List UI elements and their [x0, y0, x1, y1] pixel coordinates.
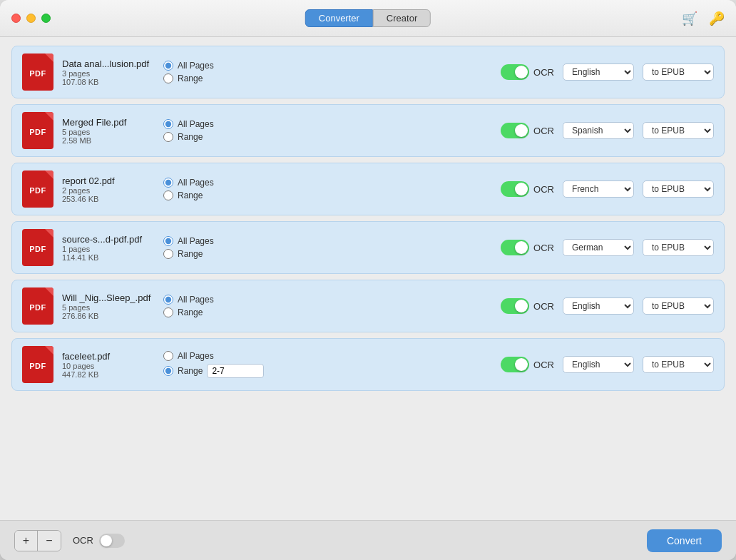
- remove-file-button[interactable]: −: [38, 531, 61, 551]
- ocr-section: OCR: [501, 357, 554, 372]
- range-label: Range: [178, 366, 203, 376]
- tab-group: Converter Creator: [305, 9, 431, 27]
- ocr-toggle[interactable]: [501, 181, 529, 197]
- pdf-icon: PDF: [22, 112, 53, 149]
- convert-button[interactable]: Convert: [647, 529, 722, 552]
- all-pages-label: All Pages: [178, 119, 214, 129]
- format-select[interactable]: to EPUBto DOCXto TXTto HTMLto RTF: [643, 356, 714, 373]
- ocr-section: OCR: [501, 240, 554, 255]
- format-select[interactable]: to EPUBto DOCXto TXTto HTMLto RTF: [643, 63, 714, 81]
- format-select[interactable]: to EPUBto DOCXto TXTto HTMLto RTF: [643, 180, 714, 198]
- ocr-toggle[interactable]: [501, 357, 529, 372]
- range-label: Range: [178, 132, 203, 142]
- global-ocr-toggle[interactable]: [99, 534, 125, 548]
- all-pages-option[interactable]: All Pages: [163, 178, 242, 188]
- all-pages-option[interactable]: All Pages: [163, 236, 242, 246]
- ocr-label: OCR: [533, 67, 554, 78]
- bottom-bar: + − OCR Convert: [0, 520, 736, 560]
- global-ocr-label: OCR: [73, 535, 93, 546]
- all-pages-label: All Pages: [178, 236, 214, 246]
- all-pages-radio[interactable]: [163, 295, 173, 305]
- all-pages-radio[interactable]: [163, 61, 173, 71]
- file-pages: 1 pages: [62, 245, 155, 253]
- pdf-icon: PDF: [22, 170, 53, 208]
- all-pages-label: All Pages: [178, 178, 214, 188]
- file-info: report 02.pdf 2 pages 253.46 KB: [62, 175, 155, 203]
- page-options: All Pages Range: [163, 236, 242, 259]
- minimize-button[interactable]: [26, 14, 36, 23]
- format-select[interactable]: to EPUBto DOCXto TXTto HTMLto RTF: [643, 297, 714, 315]
- page-options: All Pages Range: [163, 351, 264, 378]
- range-option[interactable]: Range: [163, 132, 242, 142]
- range-label: Range: [178, 73, 203, 83]
- ocr-label: OCR: [533, 243, 554, 253]
- all-pages-option[interactable]: All Pages: [163, 351, 264, 361]
- settings-icon[interactable]: 🔑: [709, 11, 725, 26]
- all-pages-radio[interactable]: [163, 119, 173, 129]
- format-select[interactable]: to EPUBto DOCXto TXTto HTMLto RTF: [643, 239, 714, 256]
- titlebar: Converter Creator 🛒 🔑: [0, 0, 736, 37]
- file-row: PDF Will _Nig...Sleep_.pdf 5 pages 276.8…: [11, 280, 725, 332]
- ocr-label: OCR: [533, 360, 554, 370]
- all-pages-option[interactable]: All Pages: [163, 61, 242, 71]
- range-option[interactable]: Range: [163, 73, 242, 83]
- add-remove-group: + −: [14, 530, 61, 551]
- global-ocr-section: OCR: [73, 534, 125, 548]
- language-select[interactable]: EnglishSpanishFrenchGermanItalianPortugu…: [563, 180, 634, 198]
- pdf-icon: PDF: [22, 287, 53, 325]
- page-options: All Pages Range: [163, 295, 242, 317]
- app-window: Converter Creator 🛒 🔑 PDF Data anal...lu…: [0, 0, 736, 560]
- range-option[interactable]: Range: [163, 249, 242, 259]
- file-name: report 02.pdf: [62, 175, 155, 186]
- language-select[interactable]: EnglishSpanishFrenchGermanItalianPortugu…: [563, 63, 634, 81]
- language-select[interactable]: EnglishSpanishFrenchGermanItalianPortugu…: [563, 356, 634, 373]
- range-option[interactable]: Range: [163, 364, 264, 378]
- range-radio[interactable]: [163, 249, 173, 259]
- maximize-button[interactable]: [41, 14, 51, 23]
- all-pages-radio[interactable]: [163, 178, 173, 188]
- range-radio[interactable]: [163, 190, 173, 200]
- file-size: 107.08 KB: [62, 78, 155, 86]
- file-info: Data anal...lusion.pdf 3 pages 107.08 KB: [62, 58, 155, 86]
- all-pages-label: All Pages: [178, 351, 214, 361]
- language-select[interactable]: EnglishSpanishFrenchGermanItalianPortugu…: [563, 239, 634, 256]
- ocr-toggle[interactable]: [501, 123, 529, 138]
- all-pages-radio[interactable]: [163, 236, 173, 246]
- all-pages-option[interactable]: All Pages: [163, 295, 242, 305]
- file-name: faceleet.pdf: [62, 351, 155, 362]
- ocr-toggle[interactable]: [501, 64, 529, 80]
- ocr-toggle[interactable]: [501, 298, 529, 314]
- range-radio[interactable]: [163, 132, 173, 142]
- language-select[interactable]: EnglishSpanishFrenchGermanItalianPortugu…: [563, 297, 634, 315]
- file-size: 447.82 KB: [62, 370, 155, 379]
- file-pages: 5 pages: [62, 128, 155, 136]
- page-options: All Pages Range: [163, 61, 242, 83]
- file-size: 276.86 KB: [62, 312, 155, 320]
- range-radio[interactable]: [163, 307, 173, 317]
- ocr-section: OCR: [501, 298, 554, 314]
- titlebar-actions: 🛒 🔑: [682, 11, 725, 26]
- tab-creator[interactable]: Creator: [373, 9, 431, 27]
- range-label: Range: [178, 249, 203, 259]
- add-file-button[interactable]: +: [15, 531, 38, 551]
- range-radio[interactable]: [163, 73, 173, 83]
- tab-converter[interactable]: Converter: [305, 9, 373, 27]
- file-name: source-s...d-pdf.pdf: [62, 234, 155, 245]
- cart-icon[interactable]: 🛒: [682, 11, 697, 26]
- ocr-section: OCR: [501, 181, 554, 197]
- format-select[interactable]: to EPUBto DOCXto TXTto HTMLto RTF: [643, 122, 714, 139]
- close-button[interactable]: [11, 14, 21, 23]
- range-radio[interactable]: [163, 366, 173, 376]
- range-label: Range: [178, 190, 203, 200]
- ocr-toggle[interactable]: [501, 240, 529, 255]
- range-option[interactable]: Range: [163, 307, 242, 317]
- page-options: All Pages Range: [163, 178, 242, 200]
- file-name: Data anal...lusion.pdf: [62, 58, 155, 69]
- all-pages-label: All Pages: [178, 61, 214, 71]
- language-select[interactable]: EnglishSpanishFrenchGermanItalianPortugu…: [563, 122, 634, 139]
- all-pages-option[interactable]: All Pages: [163, 119, 242, 129]
- range-input[interactable]: [207, 364, 264, 378]
- all-pages-radio[interactable]: [163, 351, 173, 361]
- range-option[interactable]: Range: [163, 190, 242, 200]
- all-pages-label: All Pages: [178, 295, 214, 305]
